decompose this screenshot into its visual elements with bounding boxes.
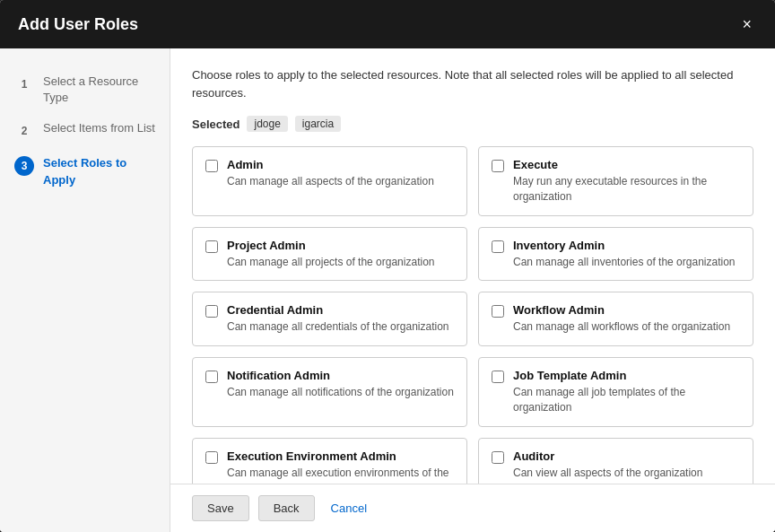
step-label-2: Select Items from List (43, 120, 155, 136)
instruction-text: Choose roles to apply to the selected re… (192, 66, 753, 101)
main-scroll-area: Choose roles to apply to the selected re… (170, 48, 775, 484)
role-name-7: Job Template Admin (513, 369, 740, 382)
role-desc-1: May run any executable resources in the … (513, 174, 740, 205)
role-checkbox-3[interactable] (492, 240, 504, 253)
selected-label: Selected (192, 118, 239, 131)
role-checkbox-0[interactable] (205, 160, 218, 172)
role-desc-6: Can manage all notifications of the orga… (227, 385, 454, 400)
tag-igarcia: igarcia (295, 116, 341, 132)
back-button[interactable]: Back (258, 495, 315, 521)
role-desc-3: Can manage all inventories of the organi… (513, 255, 740, 270)
roles-grid: AdminCan manage all aspects of the organ… (192, 146, 753, 484)
step-number-3: 3 (14, 156, 34, 176)
role-checkbox-6[interactable] (205, 371, 218, 383)
role-desc-2: Can manage all projects of the organizat… (227, 255, 454, 270)
role-card-6[interactable]: Notification AdminCan manage all notific… (192, 357, 467, 427)
role-name-2: Project Admin (227, 239, 454, 252)
modal-header: Add User Roles × (0, 0, 775, 48)
role-card-8[interactable]: Execution Environment AdminCan manage al… (192, 438, 467, 484)
step-label-3: Select Roles to Apply (43, 155, 155, 188)
role-info-9: AuditorCan view all aspects of the organ… (513, 449, 740, 481)
role-card-1[interactable]: ExecuteMay run any executable resources … (478, 146, 753, 216)
role-name-5: Workflow Admin (513, 303, 740, 317)
role-name-6: Notification Admin (227, 369, 454, 382)
cancel-button[interactable]: Cancel (324, 495, 374, 521)
role-card-3[interactable]: Inventory AdminCan manage all inventorie… (478, 227, 753, 282)
role-card-7[interactable]: Job Template AdminCan manage all job tem… (478, 357, 753, 427)
modal-title: Add User Roles (18, 15, 138, 34)
role-desc-5: Can manage all workflows of the organiza… (513, 319, 740, 335)
modal-body: 1 Select a Resource Type 2 Select Items … (0, 48, 775, 532)
role-desc-7: Can manage all job templates of the orga… (513, 385, 740, 415)
role-info-1: ExecuteMay run any executable resources … (513, 158, 740, 205)
role-card-5[interactable]: Workflow AdminCan manage all workflows o… (478, 292, 753, 346)
role-card-4[interactable]: Credential AdminCan manage all credentia… (192, 292, 467, 346)
step-number-1: 1 (14, 74, 34, 94)
role-checkbox-9[interactable] (492, 451, 504, 464)
role-name-1: Execute (513, 158, 740, 171)
role-card-0[interactable]: AdminCan manage all aspects of the organ… (192, 146, 467, 216)
role-info-6: Notification AdminCan manage all notific… (227, 369, 454, 400)
role-checkbox-1[interactable] (492, 160, 504, 172)
add-user-roles-modal: Add User Roles × 1 Select a Resource Typ… (0, 0, 775, 532)
main-content: Choose roles to apply to the selected re… (170, 48, 775, 532)
role-desc-0: Can manage all aspects of the organizati… (227, 174, 454, 189)
step-label-1: Select a Resource Type (43, 74, 155, 106)
role-name-9: Auditor (513, 449, 740, 463)
step-number-2: 2 (14, 121, 34, 141)
role-checkbox-4[interactable] (205, 305, 218, 318)
role-name-8: Execution Environment Admin (227, 449, 454, 463)
modal-footer: Save Back Cancel (170, 484, 775, 532)
close-button[interactable]: × (736, 14, 757, 34)
sidebar-step-1[interactable]: 1 Select a Resource Type (0, 66, 170, 113)
role-name-3: Inventory Admin (513, 239, 740, 252)
role-checkbox-7[interactable] (492, 371, 504, 383)
role-card-9[interactable]: AuditorCan view all aspects of the organ… (478, 438, 753, 484)
role-info-8: Execution Environment AdminCan manage al… (227, 449, 454, 484)
role-info-0: AdminCan manage all aspects of the organ… (227, 158, 454, 189)
role-info-7: Job Template AdminCan manage all job tem… (513, 369, 740, 415)
role-card-2[interactable]: Project AdminCan manage all projects of … (192, 227, 467, 282)
role-name-4: Credential Admin (227, 303, 454, 317)
role-checkbox-5[interactable] (492, 305, 504, 318)
selected-row: Selected jdoge igarcia (192, 116, 753, 132)
tag-jdoge: jdoge (247, 116, 287, 132)
role-info-4: Credential AdminCan manage all credentia… (227, 303, 454, 335)
role-desc-8: Can manage all execution environments of… (227, 466, 454, 484)
role-info-2: Project AdminCan manage all projects of … (227, 239, 454, 270)
role-name-0: Admin (227, 158, 454, 171)
role-info-5: Workflow AdminCan manage all workflows o… (513, 303, 740, 335)
role-checkbox-2[interactable] (205, 240, 218, 253)
sidebar-step-3[interactable]: 3 Select Roles to Apply (0, 148, 170, 195)
role-desc-9: Can view all aspects of the organization (513, 466, 740, 481)
sidebar-step-2[interactable]: 2 Select Items from List (0, 113, 170, 148)
role-desc-4: Can manage all credentials of the organi… (227, 319, 454, 335)
role-info-3: Inventory AdminCan manage all inventorie… (513, 239, 740, 270)
save-button[interactable]: Save (192, 495, 249, 521)
modal-overlay: Add User Roles × 1 Select a Resource Typ… (0, 0, 775, 532)
role-checkbox-8[interactable] (205, 451, 218, 464)
sidebar: 1 Select a Resource Type 2 Select Items … (0, 48, 170, 532)
